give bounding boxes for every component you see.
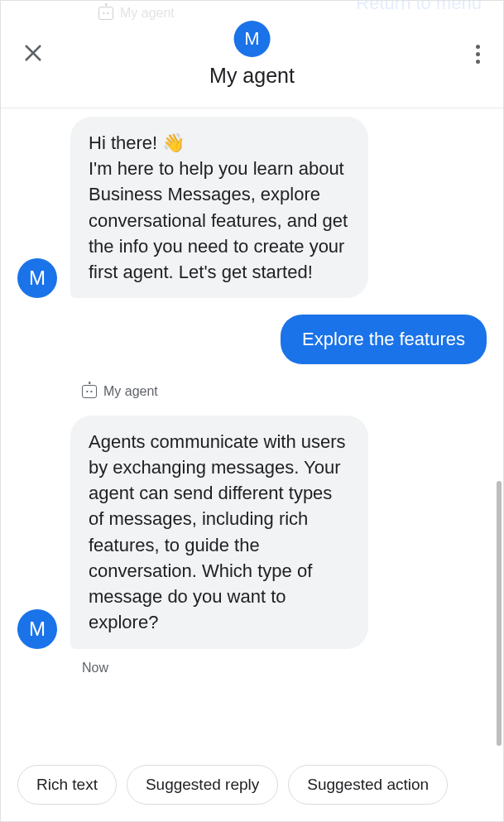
bot-icon (82, 385, 97, 398)
message-timestamp: Now (82, 661, 487, 675)
ghost-agent-label: My agent (98, 6, 175, 21)
bot-icon (98, 7, 113, 20)
scrollbar-thumb[interactable] (497, 481, 502, 746)
close-button[interactable] (17, 36, 49, 73)
agent-avatar: M (17, 258, 57, 298)
chip-rich-text[interactable]: Rich text (17, 765, 117, 805)
agent-avatar: M (17, 609, 57, 649)
agent-title: My agent (209, 64, 295, 88)
agent-message-row: M Agents communicate with users by excha… (17, 416, 487, 649)
more-options-button[interactable] (469, 38, 487, 70)
ghost-return-button: Return to menu (356, 0, 482, 14)
suggestion-chips-row: Rich text Suggested reply Suggested acti… (1, 757, 503, 821)
user-message-row: Explore the features (17, 315, 487, 363)
chip-suggested-action[interactable]: Suggested action (288, 765, 448, 805)
agent-name-label: My agent (82, 384, 487, 399)
agent-message-row: M Hi there! 👋 I'm here to help you learn… (17, 117, 487, 298)
message-list: M Hi there! 👋 I'm here to help you learn… (1, 108, 503, 757)
agent-message-bubble: Agents communicate with users by exchang… (70, 416, 368, 649)
header-avatar: M (234, 21, 271, 57)
agent-message-bubble: Hi there! 👋 I'm here to help you learn a… (70, 117, 368, 298)
chat-header: M My agent My agent Return to menu (1, 1, 503, 108)
chip-suggested-reply[interactable]: Suggested reply (127, 765, 278, 805)
user-message-bubble: Explore the features (281, 315, 487, 363)
